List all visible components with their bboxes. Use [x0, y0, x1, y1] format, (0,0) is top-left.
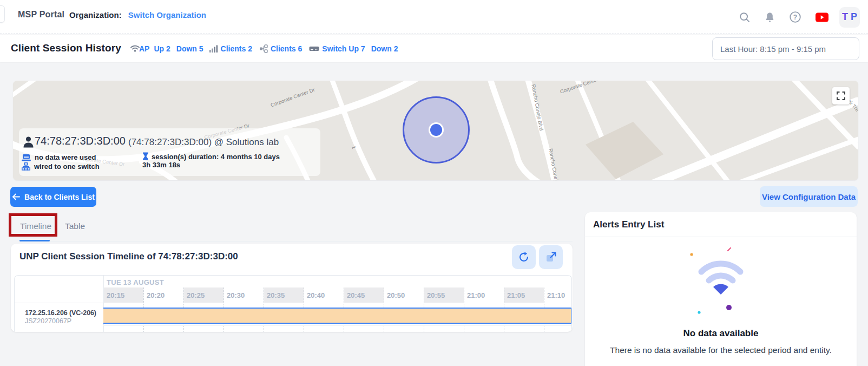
notifications-bell-icon[interactable] [765, 12, 775, 23]
sidebar-handle[interactable] [0, 5, 5, 23]
client-session-history-page: MSP Portal Organization: Switch Organiza… [0, 0, 868, 366]
avatar[interactable]: T P [839, 7, 860, 28]
map-card[interactable]: Corporate Center Dr Corporate Center Dr … [13, 81, 858, 180]
tick-cell: 21:00 [464, 287, 504, 303]
timeline-date-header: TUE 13 AUGUST [107, 278, 164, 286]
confetti-dot-cyan [698, 311, 700, 313]
tick-label: 20:15 [107, 291, 124, 299]
tick-cell: 21:05 [504, 287, 544, 303]
session-timeline-card: UNP Client Session Timeline of 74:78:27:… [11, 244, 573, 332]
switch-status[interactable]: Switch Up 7 Down 2 [309, 44, 398, 53]
refresh-button[interactable] [512, 245, 536, 269]
tick-label: 20:55 [427, 291, 445, 299]
no-data-message: There is no data available for the selec… [585, 345, 857, 355]
time-range-value: Last Hour: 8:15 pm - 9:15 pm [720, 44, 826, 54]
switch-icon [309, 45, 319, 53]
tick-label: 20:35 [267, 291, 285, 299]
tab-table[interactable]: Table [65, 221, 85, 231]
signal-bars-icon [209, 45, 218, 53]
device-status-bar: AP Up 2 Down 5 Clients 2 Clients 6 [130, 35, 398, 62]
confetti-dot-orange [690, 253, 693, 256]
client-location: (74:78:27:3D:3D:00) @ Solutions lab [128, 137, 279, 148]
session-duration-line2: 3h 33m 18s [142, 161, 180, 169]
ap-down-count: Down 5 [176, 44, 203, 53]
client-connection: wired to one switch [22, 162, 100, 171]
tick-cell: 20:45 [344, 287, 384, 303]
time-range-selector[interactable]: Last Hour: 8:15 pm - 9:15 pm [712, 37, 859, 60]
organization-selector: Organization: Switch Organization [69, 10, 206, 19]
map-fullscreen-button[interactable] [832, 87, 850, 104]
tick-label: 21:05 [507, 291, 525, 299]
help-icon[interactable]: ? [790, 11, 801, 23]
client-connection-text: wired to one switch [34, 162, 100, 171]
arrow-left-icon [12, 193, 20, 200]
ap-label: AP [139, 44, 149, 53]
tick-label: 21:00 [467, 291, 485, 299]
view-configuration-button[interactable]: View Configuration Data [760, 186, 858, 207]
switch-down-count: Down 2 [371, 44, 398, 53]
avatar-initial-t: T [842, 11, 848, 23]
person-icon [23, 136, 34, 150]
organization-link[interactable]: Switch Organization [128, 10, 206, 19]
laptop-icon [22, 154, 31, 161]
wired-clients-count: Clients 6 [271, 44, 302, 53]
topbar: MSP Portal Organization: Switch Organiza… [0, 0, 868, 34]
tick-cell: 20:40 [304, 287, 344, 303]
search-icon[interactable] [739, 12, 750, 23]
client-data-usage: no data were used [22, 153, 96, 161]
session-bar[interactable] [103, 308, 572, 324]
timeline-row-sublabel: JSZ20270067P [25, 317, 71, 325]
switch-up-count: Switch Up 7 [322, 44, 365, 53]
page-title: Client Session History [11, 42, 121, 54]
wired-clients-status[interactable]: Clients 6 [259, 44, 302, 53]
wireless-clients-status[interactable]: Clients 2 [209, 44, 252, 53]
tick-label: 20:40 [307, 291, 325, 299]
tick-cell: 20:50 [384, 287, 424, 303]
tick-cell: 20:25 [183, 287, 223, 303]
back-to-clients-label: Back to Clients List [24, 193, 95, 201]
tick-label: 20:50 [387, 291, 405, 299]
tick-cell: 20:30 [223, 287, 264, 303]
fullscreen-icon [837, 92, 845, 100]
no-data-illustration [678, 244, 764, 314]
view-configuration-label: View Configuration Data [762, 192, 856, 201]
organization-label: Organization: [69, 10, 122, 19]
alerts-divider [585, 237, 857, 237]
timeline-row-label: 172.25.16.206 (VC-206) [25, 309, 96, 317]
tick-cell: 20:20 [143, 287, 183, 303]
hourglass-icon [142, 152, 149, 160]
map-location-marker[interactable] [404, 97, 469, 163]
youtube-icon[interactable] [816, 12, 828, 22]
session-duration: session(s) duration: 4 months 10 days 3h… [142, 152, 315, 169]
topology-icon [259, 44, 268, 53]
page-header: Client Session History AP Up 2 Down 5 Cl… [0, 35, 868, 62]
back-to-clients-button[interactable]: Back to Clients List [10, 187, 96, 207]
external-link-icon [545, 251, 557, 263]
tick-cell: 20:55 [424, 287, 464, 303]
tick-cell: 20:15 [103, 287, 143, 303]
confetti-dot-purple [726, 305, 732, 310]
tick-cell: 20:35 [264, 287, 304, 303]
grid-line [103, 325, 572, 326]
session-duration-line1: session(s) duration: 4 months 10 days [152, 153, 280, 161]
ap-status[interactable]: AP Up 2 Down 5 [130, 44, 203, 53]
alerts-entry-list-card: Alerts Entry List No data available Ther… [585, 212, 857, 366]
ap-up-count: Up 2 [154, 44, 170, 53]
brand-title: MSP Portal [18, 10, 64, 19]
svg-text:?: ? [793, 14, 797, 21]
tick-label: 21:10 [547, 291, 565, 299]
refresh-icon [518, 251, 530, 263]
no-data-title: No data available [585, 328, 857, 339]
tick-label: 20:20 [147, 291, 165, 299]
client-info-overlay: 74:78:27:3D:3D:00 (74:78:27:3D:3D:00) @ … [19, 128, 320, 176]
tick-cell: 21:10 [544, 287, 572, 303]
tick-label: 20:45 [347, 291, 365, 299]
annotation-red-box [9, 213, 57, 237]
client-mac: 74:78:27:3D:3D:00 [35, 135, 126, 147]
expand-button[interactable] [539, 245, 563, 269]
grid-line [15, 303, 103, 303]
tick-label: 20:25 [187, 291, 205, 299]
tick-label: 20:30 [227, 291, 245, 299]
active-tab-indicator [19, 240, 50, 241]
confetti-stick-pink [728, 248, 731, 251]
